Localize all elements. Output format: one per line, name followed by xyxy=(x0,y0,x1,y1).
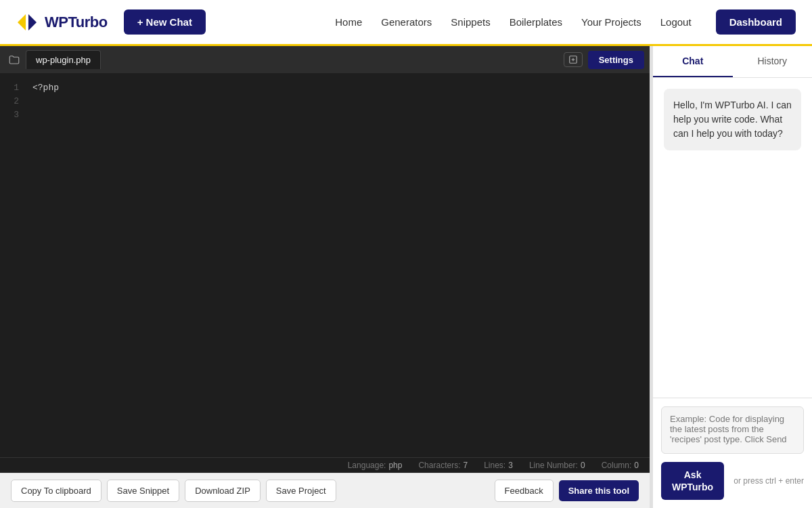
sidebar: Chat History Hello, I'm WPTurbo AI. I ca… xyxy=(652,46,812,508)
column-value: 0 xyxy=(634,461,639,470)
file-tab[interactable]: wp-plugin.php xyxy=(26,50,101,69)
line-number: 2 xyxy=(11,95,19,108)
code-editor: 1 2 3 <?php xyxy=(0,73,650,457)
code-textarea[interactable]: <?php xyxy=(27,73,650,457)
download-zip-button[interactable]: Download ZIP xyxy=(185,480,261,502)
editor-area: wp-plugin.php Settings 1 2 3 <?php xyxy=(0,46,650,508)
nav-generators[interactable]: Generators xyxy=(381,16,432,28)
nav-links: Home Generators Snippets Boilerplates Yo… xyxy=(335,9,796,35)
new-chat-button[interactable]: + New Chat xyxy=(124,9,206,35)
characters-status: Characters: 7 xyxy=(418,461,468,470)
characters-label: Characters: xyxy=(418,461,460,470)
nav-boilerplates[interactable]: Boilerplates xyxy=(510,16,562,28)
tab-actions: Settings xyxy=(564,51,644,69)
language-label: Language: xyxy=(348,461,386,470)
svg-marker-1 xyxy=(28,14,37,30)
keyboard-hint: or press ctrl + enter xyxy=(734,476,804,486)
share-button[interactable]: Share this tool xyxy=(559,480,639,501)
line-number-value: 0 xyxy=(581,461,585,470)
line-number: 1 xyxy=(11,81,19,95)
column-label: Column: xyxy=(602,461,632,470)
characters-value: 7 xyxy=(463,461,468,470)
chat-area: Hello, I'm WPTurbo AI. I can help you wr… xyxy=(653,78,812,398)
line-number: 3 xyxy=(11,108,19,122)
line-numbers: 1 2 3 xyxy=(0,73,27,457)
editor-tabs: wp-plugin.php Settings xyxy=(0,46,650,73)
logo-text: WPTurbo xyxy=(45,14,108,31)
svg-marker-0 xyxy=(18,14,26,30)
settings-button[interactable]: Settings xyxy=(588,51,644,69)
bottom-toolbar: Copy To clipboard Save Snippet Download … xyxy=(0,473,650,508)
chat-input-area: Ask WPTurbo or press ctrl + enter xyxy=(653,398,812,508)
header-left: WPTurbo + New Chat xyxy=(16,9,206,35)
lines-status: Lines: 3 xyxy=(484,461,513,470)
ai-message: Hello, I'm WPTurbo AI. I can help you wr… xyxy=(664,89,801,150)
status-bar: Language: php Characters: 7 Lines: 3 Lin… xyxy=(0,457,650,473)
save-snippet-button[interactable]: Save Snippet xyxy=(107,480,179,502)
logo-icon xyxy=(16,12,38,33)
chat-input-actions: Ask WPTurbo or press ctrl + enter xyxy=(661,462,804,500)
ask-button[interactable]: Ask WPTurbo xyxy=(661,462,724,500)
header: WPTurbo + New Chat Home Generators Snipp… xyxy=(0,0,812,46)
line-number-status: Line Number: 0 xyxy=(529,461,585,470)
chat-input[interactable] xyxy=(661,406,804,454)
nav-logout[interactable]: Logout xyxy=(660,16,692,28)
language-value: php xyxy=(388,461,402,470)
feedback-button[interactable]: Feedback xyxy=(495,480,554,502)
language-status: Language: php xyxy=(348,461,403,470)
lines-value: 3 xyxy=(508,461,513,470)
tab-chat[interactable]: Chat xyxy=(653,46,733,77)
nav-your-projects[interactable]: Your Projects xyxy=(581,16,641,28)
main-layout: wp-plugin.php Settings 1 2 3 <?php xyxy=(0,46,812,508)
copy-to-clipboard-button[interactable]: Copy To clipboard xyxy=(11,480,102,502)
tab-history[interactable]: History xyxy=(733,46,813,77)
column-status: Column: 0 xyxy=(602,461,639,470)
sidebar-tabs: Chat History xyxy=(653,46,812,78)
dashboard-button[interactable]: Dashboard xyxy=(716,9,796,35)
add-file-button[interactable] xyxy=(564,52,583,67)
lines-label: Lines: xyxy=(484,461,505,470)
line-number-label: Line Number: xyxy=(529,461,578,470)
logo-area: WPTurbo xyxy=(16,12,108,33)
folder-icon-button[interactable] xyxy=(5,51,23,68)
nav-snippets[interactable]: Snippets xyxy=(451,16,490,28)
nav-home[interactable]: Home xyxy=(335,16,362,28)
save-project-button[interactable]: Save Project xyxy=(266,480,336,502)
